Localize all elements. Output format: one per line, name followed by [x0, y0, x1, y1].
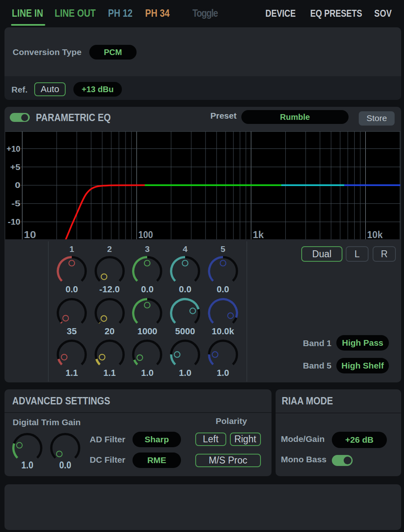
svg-text:0: 0 — [15, 180, 21, 190]
svg-text:+5: +5 — [10, 162, 20, 172]
svg-text:10: 10 — [24, 230, 36, 239]
svg-text:-10: -10 — [8, 217, 20, 226]
svg-text:100: 100 — [138, 230, 153, 239]
svg-text:1k: 1k — [253, 230, 264, 239]
svg-text:10k: 10k — [367, 230, 383, 239]
svg-text:+10: +10 — [7, 144, 20, 153]
svg-text:-5: -5 — [11, 199, 20, 208]
